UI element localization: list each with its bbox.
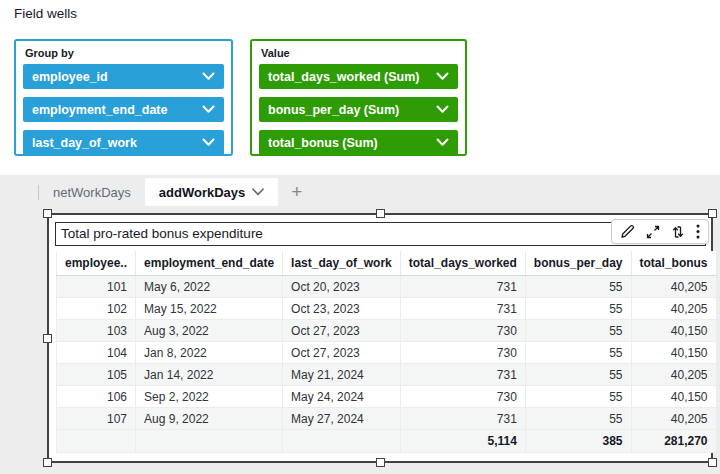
field-pill-label: employment_end_date (32, 103, 167, 117)
table-cell[interactable]: 104 (57, 342, 136, 364)
table-cell[interactable]: 107 (57, 408, 136, 430)
table-cell[interactable]: 106 (57, 386, 136, 408)
resize-handle[interactable] (708, 458, 717, 467)
chevron-down-icon (436, 105, 449, 114)
table-cell[interactable]: Oct 20, 2023 (283, 276, 401, 298)
chevron-down-icon (202, 72, 215, 81)
table-cell[interactable]: 55 (525, 342, 631, 364)
table-cell[interactable]: 55 (525, 320, 631, 342)
plus-icon: + (291, 181, 302, 203)
table-cell[interactable]: Oct 27, 2023 (283, 320, 401, 342)
chevron-down-icon (202, 138, 215, 147)
column-header[interactable]: bonus_per_day (525, 251, 631, 276)
resize-handle[interactable] (43, 334, 52, 343)
table-cell[interactable]: May 15, 2022 (136, 298, 283, 320)
table-cell[interactable]: 40,205 (631, 276, 716, 298)
selected-visual[interactable]: Total pro-rated bonus expenditure employ… (47, 213, 713, 463)
resize-handle[interactable] (43, 458, 52, 467)
table-cell[interactable]: 40,205 (631, 298, 716, 320)
field-pill-total-bonus[interactable]: total_bonus (Sum) (259, 130, 458, 155)
table-cell[interactable]: 40,150 (631, 320, 716, 342)
table-cell[interactable]: 103 (57, 320, 136, 342)
table-row: 101May 6, 2022Oct 20, 20237315540,205 (57, 276, 717, 298)
field-pill-last-day-of-work[interactable]: last_day_of_work (23, 130, 224, 155)
table-cell[interactable]: 40,205 (631, 408, 716, 430)
chevron-down-icon[interactable] (252, 188, 264, 196)
resize-handle[interactable] (43, 209, 52, 218)
field-pill-label: last_day_of_work (32, 136, 137, 150)
edit-pencil-icon[interactable] (620, 224, 635, 239)
table-cell[interactable]: Oct 23, 2023 (283, 298, 401, 320)
field-pill-label: bonus_per_day (Sum) (268, 103, 399, 117)
table-cell[interactable]: Sep 2, 2022 (136, 386, 283, 408)
table-cell[interactable]: 731 (400, 408, 525, 430)
table-cell[interactable]: May 27, 2024 (283, 408, 401, 430)
table-cell[interactable]: 281,270 (631, 430, 716, 453)
table-cell[interactable]: May 24, 2024 (283, 386, 401, 408)
table-cell[interactable]: 5,114 (400, 430, 525, 453)
chevron-down-icon (436, 72, 449, 81)
resize-handle[interactable] (376, 458, 385, 467)
table-cell[interactable]: 55 (525, 364, 631, 386)
column-header[interactable]: total_bonus (631, 251, 716, 276)
swap-arrows-icon[interactable] (671, 225, 685, 239)
table-header-row: employee..employment_end_datelast_day_of… (57, 251, 717, 276)
tab-label: addWorkDays (159, 185, 245, 200)
field-pill-employee-id[interactable]: employee_id (23, 64, 224, 89)
maximize-icon[interactable] (646, 225, 660, 239)
table-cell[interactable]: 385 (525, 430, 631, 453)
value-label: Value (261, 47, 465, 59)
column-header[interactable]: total_days_worked (400, 251, 525, 276)
tab-label: netWorkDays (53, 185, 131, 200)
table-cell[interactable] (57, 430, 136, 453)
field-pill-employment-end-date[interactable]: employment_end_date (23, 97, 224, 122)
table-cell[interactable]: May 6, 2022 (136, 276, 283, 298)
table-cell[interactable]: 40,150 (631, 342, 716, 364)
table-row: 105Jan 14, 2022May 21, 20247315540,205 (57, 364, 717, 386)
table-cell[interactable]: 101 (57, 276, 136, 298)
table-cell[interactable]: 731 (400, 298, 525, 320)
table-cell[interactable] (283, 430, 401, 453)
table-cell[interactable]: 40,150 (631, 386, 716, 408)
visual-title[interactable]: Total pro-rated bonus expenditure (55, 222, 706, 246)
table-cell[interactable]: May 21, 2024 (283, 364, 401, 386)
group-by-label: Group by (25, 47, 231, 59)
table-cell[interactable]: 105 (57, 364, 136, 386)
field-pill-bonus-per-day[interactable]: bonus_per_day (Sum) (259, 97, 458, 122)
table-cell[interactable]: Jan 8, 2022 (136, 342, 283, 364)
table-cell[interactable]: 730 (400, 342, 525, 364)
field-pill-total-days-worked[interactable]: total_days_worked (Sum) (259, 64, 458, 89)
column-header[interactable]: employment_end_date (136, 251, 283, 276)
tab-networkdays[interactable]: netWorkDays (39, 178, 145, 206)
chevron-down-icon (202, 105, 215, 114)
field-pill-label: total_days_worked (Sum) (268, 70, 419, 84)
table-cell[interactable]: 731 (400, 364, 525, 386)
field-pill-label: total_bonus (Sum) (268, 136, 378, 150)
value-well: Value total_days_worked (Sum) bonus_per_… (250, 39, 467, 156)
table-cell[interactable]: 40,205 (631, 364, 716, 386)
table-cell[interactable]: Aug 3, 2022 (136, 320, 283, 342)
table-cell[interactable]: 730 (400, 320, 525, 342)
table-cell[interactable]: 102 (57, 298, 136, 320)
table-cell[interactable]: Oct 27, 2023 (283, 342, 401, 364)
add-sheet-button[interactable]: + (278, 178, 315, 206)
table-cell[interactable]: 55 (525, 386, 631, 408)
table-cell[interactable] (136, 430, 283, 453)
table-cell[interactable]: 55 (525, 298, 631, 320)
tab-addworkdays[interactable]: addWorkDays (145, 178, 278, 206)
table-cell[interactable]: Aug 9, 2022 (136, 408, 283, 430)
resize-handle[interactable] (708, 209, 717, 218)
table-cell[interactable]: 730 (400, 386, 525, 408)
table-cell[interactable]: 55 (525, 276, 631, 298)
kebab-menu-icon[interactable] (696, 224, 700, 239)
table-cell[interactable]: Jan 14, 2022 (136, 364, 283, 386)
quicksight-editor: Field wells Group by employee_id employm… (0, 0, 720, 474)
field-pill-label: employee_id (32, 70, 108, 84)
table-cell[interactable]: 55 (525, 408, 631, 430)
table-cell[interactable]: 731 (400, 276, 525, 298)
column-header[interactable]: last_day_of_work (283, 251, 401, 276)
group-by-well: Group by employee_id employment_end_date… (14, 39, 233, 156)
table-row: 103Aug 3, 2022Oct 27, 20237305540,150 (57, 320, 717, 342)
resize-handle[interactable] (376, 209, 385, 218)
column-header[interactable]: employee.. (57, 251, 136, 276)
